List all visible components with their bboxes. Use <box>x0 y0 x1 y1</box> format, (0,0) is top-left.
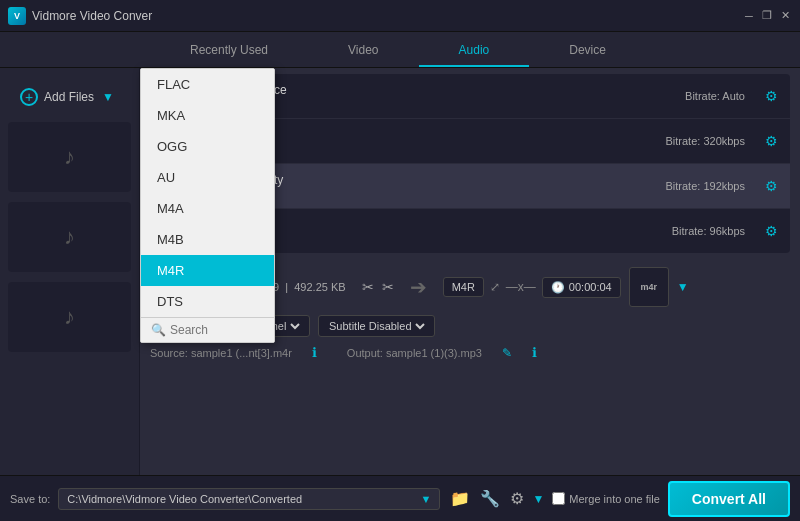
tab-video[interactable]: Video <box>308 35 418 67</box>
format-item-au[interactable]: AU <box>141 162 274 193</box>
format-item-m4a[interactable]: M4A <box>141 193 274 224</box>
gear-icon-same[interactable]: ⚙ <box>765 88 778 104</box>
search-icon: 🔍 <box>151 323 166 337</box>
save-path-dropdown-arrow[interactable]: ▼ <box>421 493 432 505</box>
edit-output-icon[interactable]: ✎ <box>502 346 512 360</box>
sidebar: + Add Files ▼ ♪ ♪ ♪ <box>0 68 140 475</box>
source-output-row: Source: sample1 (...nt[3].m4r ℹ Output: … <box>150 341 790 364</box>
add-files-button[interactable]: + Add Files ▼ <box>8 82 131 112</box>
quality-bitrate-low: Bitrate: 96kbps <box>672 225 745 237</box>
scissors-icon[interactable]: ✂ <box>382 279 394 295</box>
format-item-m4r[interactable]: M4R <box>141 255 274 286</box>
output-format-badge: M4R <box>443 277 484 297</box>
folder-icon[interactable]: 📁 <box>448 487 472 510</box>
add-files-label: Add Files <box>44 90 94 104</box>
title-bar: V Vidmore Video Conver ─ ❐ ✕ <box>0 0 800 32</box>
subtitle-select[interactable]: Subtitle Disabled <box>318 315 435 337</box>
arrow-icon: ➔ <box>410 275 427 299</box>
separator: —x— <box>506 280 536 294</box>
output-time: 00:00:04 <box>569 281 612 293</box>
gear-icon-high[interactable]: ⚙ <box>765 133 778 149</box>
window-controls: ─ ❐ ✕ <box>742 9 792 23</box>
bottom-icons: 📁 🔧 ⚙ ▼ <box>448 487 544 510</box>
tab-bar: Recently Used Video Audio Device <box>0 32 800 68</box>
add-files-dropdown-arrow[interactable]: ▼ <box>102 90 114 104</box>
save-path-text: C:\Vidmore\Vidmore Video Converter\Conve… <box>67 493 302 505</box>
format-search-box: 🔍 <box>141 317 274 342</box>
output-path: Output: sample1 (1)(3).mp3 <box>347 347 482 359</box>
tools-icon[interactable]: 🔧 <box>478 487 502 510</box>
merge-checkbox-area: Merge into one file <box>552 492 660 505</box>
subtitle-select-input[interactable]: Subtitle Disabled <box>325 319 428 333</box>
save-path-box: C:\Vidmore\Vidmore Video Converter\Conve… <box>58 488 440 510</box>
format-search-input[interactable] <box>170 323 250 337</box>
gear-icon-medium[interactable]: ⚙ <box>765 178 778 194</box>
output-dropdown-arrow[interactable]: ▼ <box>677 280 689 294</box>
settings-dropdown-arrow[interactable]: ▼ <box>532 492 544 506</box>
cut-icon[interactable]: ✂ <box>362 279 374 295</box>
clock-icon: 🕐 <box>551 281 565 294</box>
output-time-badge: 🕐 00:00:04 <box>542 277 621 298</box>
source-info-icon[interactable]: ℹ <box>312 345 317 360</box>
app-logo: V <box>8 7 26 25</box>
quality-bitrate-high: Bitrate: 320kbps <box>666 135 746 147</box>
tab-recently-used[interactable]: Recently Used <box>150 35 308 67</box>
media-item-3: ♪ <box>8 282 131 352</box>
quality-bitrate-same: Bitrate: Auto <box>685 90 745 102</box>
format-item-dts[interactable]: DTS <box>141 286 274 317</box>
output-info-icon[interactable]: ℹ <box>532 345 537 360</box>
media-item-1: ♪ <box>8 122 131 192</box>
format-item-m4b[interactable]: M4B <box>141 224 274 255</box>
gear-icon-low[interactable]: ⚙ <box>765 223 778 239</box>
main-area: + Add Files ▼ ♪ ♪ ♪ FLAC MKA OGG AU M4A … <box>0 68 800 475</box>
format-dropdown: FLAC MKA OGG AU M4A M4B M4R DTS 🔍 <box>140 68 275 343</box>
merge-label[interactable]: Merge into one file <box>569 493 660 505</box>
file-size: 492.25 KB <box>294 281 345 293</box>
media-item-2: ♪ <box>8 202 131 272</box>
merge-checkbox[interactable] <box>552 492 565 505</box>
bottom-bar: Save to: C:\Vidmore\Vidmore Video Conver… <box>0 475 800 521</box>
source-path: Source: sample1 (...nt[3].m4r <box>150 347 292 359</box>
resize-icon: ⤢ <box>490 280 500 294</box>
format-item-mka[interactable]: MKA <box>141 100 274 131</box>
add-icon: + <box>20 88 38 106</box>
minimize-button[interactable]: ─ <box>742 9 756 23</box>
app-title: Vidmore Video Conver <box>32 9 736 23</box>
tools-row: ✂ ✂ <box>362 279 394 295</box>
tab-device[interactable]: Device <box>529 35 646 67</box>
format-item-flac[interactable]: FLAC <box>141 69 274 100</box>
tab-audio[interactable]: Audio <box>419 35 530 67</box>
output-controls: M4R ⤢ —x— 🕐 00:00:04 <box>443 277 621 298</box>
close-button[interactable]: ✕ <box>778 9 792 23</box>
settings-icon[interactable]: ⚙ <box>508 487 526 510</box>
save-to-label: Save to: <box>10 493 50 505</box>
convert-all-button[interactable]: Convert All <box>668 481 790 517</box>
restore-button[interactable]: ❐ <box>760 9 774 23</box>
format-item-ogg[interactable]: OGG <box>141 131 274 162</box>
quality-bitrate-medium: Bitrate: 192kbps <box>666 180 746 192</box>
output-thumbnail: m4r <box>629 267 669 307</box>
